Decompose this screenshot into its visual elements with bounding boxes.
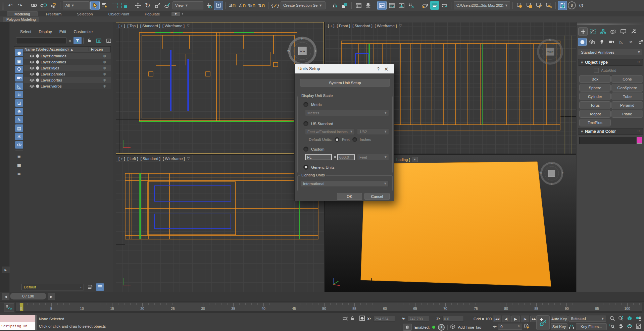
play-button[interactable]: ▶ (511, 316, 520, 322)
snaps-toggle-button[interactable]: 3 (228, 1, 237, 10)
select-object-button[interactable] (91, 1, 99, 10)
pan-hand-icon[interactable] (617, 323, 625, 329)
viewport-pov-menu[interactable]: [ Left ] (128, 157, 138, 161)
bind-spacewarp-icon[interactable] (49, 1, 58, 10)
health-shield-icon[interactable] (403, 324, 412, 331)
filter-flat-view-icon[interactable]: ■ (15, 161, 23, 169)
ribbon-tab-object-paint[interactable]: Object Paint (101, 12, 137, 16)
key-mode-toggle-icon[interactable]: ◀▶ (493, 325, 497, 328)
listener-splitter[interactable] (36, 315, 37, 330)
category-lights-icon[interactable] (598, 38, 606, 46)
ribbon-tab-selection[interactable]: Selection (69, 12, 100, 16)
unlink-icon[interactable] (39, 1, 48, 10)
pyramid-button[interactable]: Pyramid (611, 101, 643, 109)
cylinder-button[interactable]: Cylinder (579, 93, 611, 100)
undo-history-button[interactable]: ↺ (577, 1, 586, 10)
zoom-extents-all-icon[interactable] (634, 315, 642, 322)
layer-visibility-eye-icon[interactable] (30, 85, 35, 88)
maxscript-mini-listener[interactable]: Scripting Mi (0, 315, 36, 330)
layer-visibility-eye-icon[interactable] (30, 60, 35, 64)
layer-row[interactable]: ┄ Layer:vidros ✻ (23, 83, 111, 89)
script-edit-button[interactable] (535, 1, 543, 10)
material-editor-button[interactable] (378, 1, 386, 10)
name-column-header[interactable]: Name (Sorted Ascending) (24, 47, 69, 51)
layer-render-toggle[interactable] (36, 60, 39, 64)
ribbon-minimize-icon[interactable]: ▼ (171, 12, 180, 16)
key-filters-button[interactable]: Key Filters... (576, 323, 607, 330)
viewport-render-menu[interactable]: [ Standard ] (352, 24, 372, 28)
dialog-close-button[interactable]: × (382, 66, 390, 72)
top-viewcube-compass[interactable]: TOP N S W E (287, 36, 318, 66)
category-helpers-icon[interactable]: ◺ (617, 38, 625, 46)
tab-motion[interactable] (609, 27, 617, 36)
tab-create[interactable] (579, 27, 587, 36)
y-coordinate-field[interactable]: 747.793 (408, 316, 429, 322)
layer-visibility-eye-icon[interactable] (30, 72, 35, 76)
dialog-help-button[interactable]: ? (374, 66, 382, 71)
previous-frame-button[interactable]: ◀| (502, 316, 510, 322)
filter-lights-icon[interactable] (15, 66, 23, 73)
script-node-button[interactable] (544, 1, 553, 10)
go-to-start-button[interactable]: |◀◀ (493, 316, 501, 322)
set-keys-button[interactable] (536, 315, 550, 330)
frozen-cell-icon[interactable]: ✻ (103, 72, 106, 76)
filter-helpers-icon[interactable]: ◺ (15, 82, 23, 90)
metric-radio[interactable] (303, 102, 308, 107)
frozen-column-header[interactable]: Frozen (91, 47, 103, 51)
window-crossing-toggle[interactable] (120, 1, 129, 10)
auto-key-button[interactable]: Auto Key (551, 316, 567, 322)
rendered-frame-window-button[interactable] (430, 1, 439, 10)
select-and-scale-button[interactable] (153, 1, 162, 10)
frozen-cell-icon[interactable]: ✻ (103, 78, 106, 82)
primitive-category-dropdown[interactable]: Standard Primitives▼ (579, 49, 642, 55)
compass-front-face[interactable]: FRONT (547, 51, 554, 53)
layer-row[interactable]: ┄ Layer:paredes ✻ (23, 71, 111, 77)
teapot-button[interactable]: Teapot (579, 110, 611, 118)
angle-snap-toggle[interactable]: ∠ (238, 1, 246, 10)
panel-drag-handle[interactable] (577, 23, 644, 25)
lighting-units-dropdown[interactable]: International▼ (301, 180, 389, 187)
viewport-general-menu[interactable]: [ + ] (118, 157, 125, 161)
viewport-filter-icon[interactable]: ▽ (187, 24, 190, 28)
ribbon-tab-modeling[interactable]: Modeling (7, 11, 38, 16)
viewport-label-caret-icon[interactable]: ▼ (412, 157, 418, 162)
ok-button[interactable]: OK (337, 193, 362, 200)
layer-name[interactable]: Layer:caixilhos (41, 60, 66, 64)
dialog-title-bar[interactable]: Units Setup ? × (295, 64, 394, 73)
box-button[interactable]: Box (579, 75, 611, 83)
layer-render-toggle[interactable] (36, 66, 39, 70)
sphere-button[interactable]: Sphere (579, 84, 611, 92)
misc-tool-icon[interactable] (407, 1, 415, 10)
filter-containers-icon[interactable]: ▤ (15, 124, 23, 132)
listener-macro-row[interactable] (0, 315, 35, 322)
tube-button[interactable]: Tube (611, 93, 643, 100)
search-filter-icon[interactable] (73, 37, 82, 44)
viewport-general-menu[interactable]: [ + ] (118, 24, 125, 28)
viewport-render-menu[interactable]: [ Standard ] (140, 24, 160, 28)
tab-display[interactable] (619, 27, 628, 36)
next-frame-nav-button[interactable]: ▶ (48, 293, 55, 300)
layer-name[interactable]: Layer:lajes (41, 66, 59, 70)
filter-bones-icon[interactable]: ✎ (15, 116, 23, 123)
frozen-cell-icon[interactable]: ✻ (103, 85, 106, 88)
frozen-cell-icon[interactable]: ✻ (103, 60, 106, 64)
plane-button[interactable]: Plane (611, 110, 643, 118)
filter-particles-icon[interactable]: ✻ (15, 133, 23, 140)
ribbon-tab-populate[interactable]: Populate (137, 12, 167, 16)
tab-hierarchy[interactable] (599, 27, 607, 36)
viewport-left[interactable]: [ + ] [ Left ] [ Standard ] [ Wireframe … (116, 155, 324, 292)
layer-visibility-eye-icon[interactable] (30, 66, 35, 70)
lock-explorer-icon[interactable] (85, 37, 93, 44)
project-folder-dropdown[interactable]: C:\Users\202...3ds Max 2023▼ (454, 1, 510, 9)
object-color-swatch[interactable] (637, 137, 642, 144)
front-viewcube-compass[interactable]: FRONT N (536, 38, 564, 66)
script-run-button[interactable] (515, 1, 524, 10)
filter-cameras-icon[interactable] (15, 74, 23, 81)
layer-row[interactable]: ┄ Layer:lajes ✻ (23, 65, 111, 71)
default-inches-radio[interactable] (352, 137, 357, 142)
name-and-color-rollout[interactable]: ▼Name and Color ∷ (578, 128, 643, 135)
custom-measure-dropdown[interactable]: Feet▼ (357, 154, 389, 160)
custom-unit-name-field[interactable]: FL (305, 154, 332, 160)
polygon-modeling-panel[interactable]: Polygon Modeling (3, 17, 39, 22)
select-link-icon[interactable] (30, 1, 38, 10)
